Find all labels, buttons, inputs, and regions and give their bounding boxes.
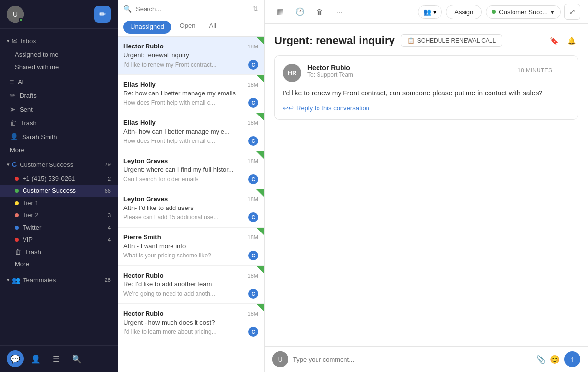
sidebar-item-tier2[interactable]: Tier 2 3 (0, 209, 118, 221)
sidebar-item-teammates[interactable]: ▾ 👥 Teammates 28 (0, 272, 118, 288)
clock-icon-button[interactable]: 🕐 (292, 4, 308, 20)
message-card: HR Hector Rubio To: Support Team 18 MINU… (274, 55, 578, 120)
chevron-down-icon-teammates: ▾ (7, 277, 10, 283)
conversation-title-row: Urgent: renewal inquiry 📋 SCHEDULE RENEW… (274, 34, 578, 47)
conv-item-top: Hector Rubio 18M (123, 43, 258, 50)
tab-all[interactable]: All (202, 18, 222, 37)
twitter-label: Twitter (23, 224, 41, 231)
bell-icon-button[interactable]: 🔔 (564, 34, 578, 47)
send-button[interactable]: ↑ (564, 351, 580, 367)
message-more-button[interactable]: ⋮ (556, 64, 570, 77)
corner-flag (256, 304, 264, 312)
message-body: I'd like to renew my Front contract, can… (283, 88, 570, 98)
clock-icon: 🕐 (295, 7, 305, 16)
message-time: 18 MINUTES (517, 67, 552, 74)
cs-icon: C (12, 161, 17, 168)
conv-subject: Attn - I want more info (123, 242, 258, 250)
conv-avatar-badge: C (248, 174, 258, 184)
filter-icon[interactable]: ⇅ (252, 5, 258, 13)
list-item[interactable]: Hector Rubio 18M Urgent - how much does … (118, 304, 264, 342)
attach-icon[interactable]: 📎 (536, 355, 546, 364)
bookmark-icon: 🔖 (550, 37, 558, 45)
conv-sender: Hector Rubio (123, 43, 164, 50)
conv-subject: Attn- how can I better manage my e... (123, 128, 258, 135)
list-item[interactable]: Leyton Graves 18M Urgent: where can I fi… (118, 151, 264, 189)
conversation-items: Hector Rubio 18M Urgent: renewal inquiry… (118, 37, 264, 372)
cs-inbox-label: Customer Success (23, 187, 76, 194)
assignee-dropdown[interactable]: 👥 ▾ (418, 5, 442, 19)
compose-icon: ✏ (99, 9, 106, 20)
teammates-label: Teammates (23, 277, 56, 284)
phone-dot (15, 177, 19, 181)
all-label: All (18, 78, 24, 86)
conv-preview-text: I'd like to learn more about pricing... (123, 328, 217, 335)
svg-text:U: U (278, 356, 283, 363)
list-item[interactable]: Pierre Smith 18M Attn - I want more info… (118, 228, 264, 266)
assign-button[interactable]: Assign (446, 5, 482, 19)
list-item[interactable]: Elias Holly 18M Attn- how can I better m… (118, 113, 264, 151)
vip-badge: 4 (108, 237, 111, 243)
sarah-smith-label: Sarah Smith (22, 133, 57, 140)
sidebar-item-assigned-to-me[interactable]: Assigned to me (0, 48, 118, 61)
comment-bar: U 📎 😊 ↑ (265, 346, 588, 372)
more-icon: ··· (336, 8, 343, 16)
sidebar-item-customer-success[interactable]: ▾ C Customer Success 79 (0, 157, 118, 172)
grid-icon-button[interactable]: ☰ (48, 350, 65, 367)
emoji-icon[interactable]: 😊 (550, 355, 560, 364)
conv-item-top: Leyton Graves 18M (123, 195, 258, 203)
conv-avatar-badge: C (248, 327, 258, 337)
bell-icon: 🔔 (567, 37, 576, 45)
trash-icon: 🗑 (316, 8, 323, 16)
comment-input[interactable] (293, 356, 531, 363)
conv-avatar-badge: C (248, 60, 258, 70)
reply-link[interactable]: ↩↩ Reply to this conversation (283, 104, 570, 112)
list-item[interactable]: Leyton Graves 18M Attn- I'd like to add … (118, 189, 264, 228)
search-icon-button[interactable]: 🔍 (69, 350, 85, 367)
sidebar-item-sarah-smith[interactable]: 👤 Sarah Smith (0, 130, 118, 143)
sidebar-item-twitter[interactable]: Twitter 4 (0, 221, 118, 233)
sidebar-item-cs-inbox[interactable]: Customer Success 66 (0, 185, 118, 197)
compose-button[interactable]: ✏ (94, 6, 111, 23)
list-item[interactable]: Hector Rubio 18M Urgent: renewal inquiry… (118, 37, 264, 75)
trash-icon-button[interactable]: 🗑 (312, 4, 327, 20)
sidebar-item-drafts[interactable]: ✏ Drafts (0, 89, 118, 102)
tab-unassigned[interactable]: Unassigned (123, 21, 171, 34)
conv-sender: Hector Rubio (123, 272, 164, 279)
sidebar-item-phone[interactable]: +1 (415) 539-0261 2 (0, 172, 118, 185)
sidebar-item-inbox[interactable]: ▾ ✉ Inbox (0, 33, 118, 48)
schedule-icon: 📋 (407, 37, 415, 44)
message-time-area: 18 MINUTES ⋮ (517, 64, 570, 77)
bookmark-icon-button[interactable]: 🔖 (547, 34, 561, 47)
chat-icon-button[interactable]: 💬 (7, 350, 24, 367)
sidebar-item-trash[interactable]: 🗑 Trash (0, 116, 118, 130)
twitter-dot (15, 226, 19, 230)
conv-item-top: Elias Holly 18M (123, 119, 258, 126)
schedule-renewal-button[interactable]: 📋 SCHEDULE RENEWAL CALL (401, 34, 503, 47)
tier2-badge: 3 (108, 212, 111, 218)
team-dropdown[interactable]: Customer Succ... ▾ (486, 5, 561, 19)
more-icon-button[interactable]: ··· (331, 4, 347, 20)
calendar-icon-button[interactable]: ▦ (272, 4, 288, 20)
list-item[interactable]: Hector Rubio 18M Re: I'd like to add ano… (118, 266, 264, 304)
assignee-icon: 👥 (423, 8, 431, 16)
cs-trash-icon: 🗑 (15, 248, 21, 256)
sidebar-item-shared-with-me[interactable]: Shared with me (0, 61, 118, 73)
conv-sender: Leyton Graves (123, 157, 168, 164)
conv-sender: Leyton Graves (123, 195, 168, 203)
svg-text:U: U (13, 10, 18, 18)
sidebar-item-cs-trash[interactable]: 🗑 Trash (0, 246, 118, 258)
profile-icon-button[interactable]: 👤 (27, 350, 44, 367)
main-toolbar: ▦ 🕐 🗑 ··· 👥 ▾ Assign Customer Succ... ▾ … (265, 0, 588, 24)
conv-avatar-badge: C (248, 136, 258, 146)
expand-button[interactable]: ⤢ (564, 4, 580, 20)
list-item[interactable]: Elias Holly 18M Re: how can I better man… (118, 75, 264, 113)
sidebar-item-sent[interactable]: ➤ Sent (0, 102, 118, 116)
sidebar-item-cs-more[interactable]: More (0, 258, 118, 270)
tab-open[interactable]: Open (173, 18, 202, 37)
sidebar-item-tier1[interactable]: Tier 1 (0, 197, 118, 209)
sidebar-item-vip[interactable]: VIP 4 (0, 233, 118, 246)
sidebar-item-all[interactable]: ≡ All (0, 75, 118, 89)
sidebar-item-more[interactable]: More (0, 143, 118, 157)
conv-preview-text: How does Front help with email c... (123, 99, 215, 106)
search-input[interactable] (136, 5, 248, 13)
